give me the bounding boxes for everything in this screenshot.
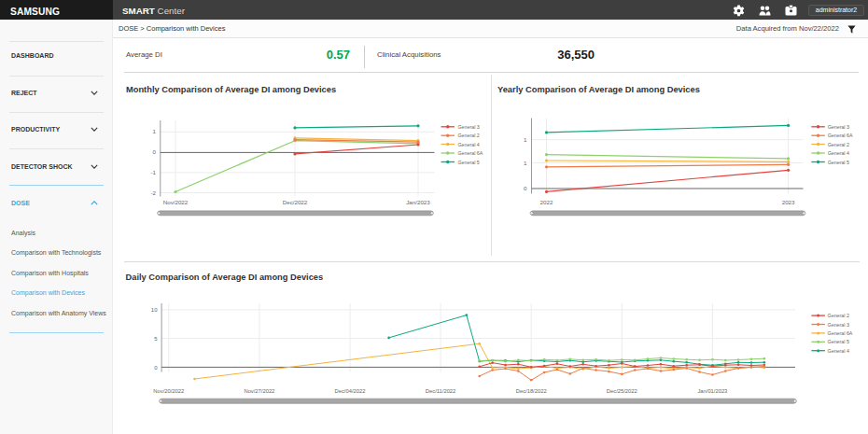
svg-text:Jan/2023: Jan/2023 bbox=[406, 199, 430, 205]
svg-text:General 5: General 5 bbox=[828, 160, 849, 165]
svg-text:Dec/18/2022: Dec/18/2022 bbox=[516, 388, 547, 394]
svg-text:General 2: General 2 bbox=[828, 313, 849, 318]
svg-text:0: 0 bbox=[153, 148, 157, 155]
svg-text:1: 1 bbox=[524, 136, 527, 143]
svg-text:Dec/2022: Dec/2022 bbox=[283, 199, 308, 205]
svg-text:Dec/11/2022: Dec/11/2022 bbox=[426, 388, 455, 394]
svg-text:General 3: General 3 bbox=[458, 124, 480, 130]
svg-text:General 2: General 2 bbox=[458, 133, 480, 138]
svg-text:2022: 2022 bbox=[540, 199, 553, 205]
svg-text:General 4: General 4 bbox=[828, 348, 849, 354]
svg-text:General 4: General 4 bbox=[458, 142, 480, 147]
svg-text:-1: -1 bbox=[150, 169, 156, 175]
svg-text:General 3: General 3 bbox=[828, 124, 849, 130]
svg-text:General 5: General 5 bbox=[828, 339, 849, 344]
svg-text:General 6A: General 6A bbox=[828, 133, 853, 138]
svg-text:General 3: General 3 bbox=[828, 322, 849, 328]
svg-text:Nov/2022: Nov/2022 bbox=[163, 199, 189, 205]
svg-text:1: 1 bbox=[153, 128, 157, 134]
svg-text:Nov/27/2022: Nov/27/2022 bbox=[244, 388, 274, 394]
svg-text:-2: -2 bbox=[150, 189, 156, 196]
svg-text:1: 1 bbox=[524, 160, 527, 166]
svg-text:5: 5 bbox=[154, 336, 158, 342]
svg-text:Dec/25/2022: Dec/25/2022 bbox=[607, 388, 637, 394]
svg-text:0: 0 bbox=[154, 365, 158, 371]
svg-text:General 2: General 2 bbox=[828, 142, 849, 147]
svg-text:2023: 2023 bbox=[782, 199, 795, 205]
svg-text:General 4: General 4 bbox=[828, 150, 849, 156]
svg-text:Dec/04/2022: Dec/04/2022 bbox=[335, 388, 366, 394]
svg-text:10: 10 bbox=[151, 307, 158, 313]
svg-text:General 5: General 5 bbox=[458, 160, 480, 165]
svg-text:0: 0 bbox=[524, 185, 527, 191]
svg-text:General 6A: General 6A bbox=[458, 150, 483, 156]
svg-text:General 6A: General 6A bbox=[828, 330, 853, 336]
svg-text:Nov/20/2022: Nov/20/2022 bbox=[153, 388, 184, 394]
svg-text:Jan/01/2023: Jan/01/2023 bbox=[697, 388, 727, 394]
